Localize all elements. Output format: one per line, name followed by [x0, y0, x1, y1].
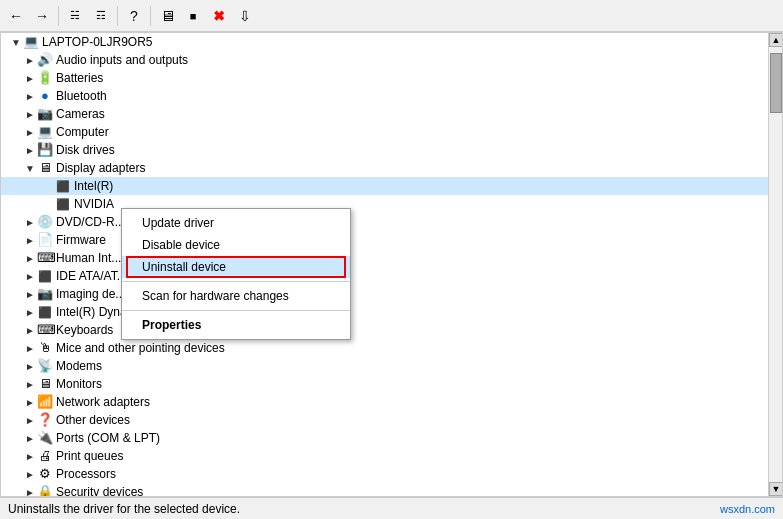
tree-row-intel[interactable]: ⬛ Intel(R) — [1, 177, 782, 195]
scroll-up-button[interactable]: ▲ — [769, 33, 783, 47]
list-item[interactable]: ► 🖨 Print queues — [1, 447, 782, 465]
list-item[interactable]: ▼ 🖥 Display adapters — [1, 159, 782, 177]
other-label: Other devices — [56, 413, 130, 427]
list-item[interactable]: ► ⌨ Keyboards — [1, 321, 782, 339]
expand-arrow[interactable]: ► — [23, 397, 37, 408]
intel-gpu-icon: ⬛ — [55, 178, 71, 194]
list-item[interactable]: ► 💾 Disk drives — [1, 141, 782, 159]
mice-icon: 🖱 — [37, 340, 53, 356]
delete-button[interactable]: ✖ — [207, 4, 231, 28]
device-manager-tree[interactable]: ▼ 💻 LAPTOP-0LJR9OR5 ► 🔊 Audio inputs and… — [0, 32, 783, 497]
list-item[interactable]: ► ⬛ Intel(R) Dynamic Platform and Therma… — [1, 303, 782, 321]
network-label: Network adapters — [56, 395, 150, 409]
list-item[interactable]: ► 🔋 Batteries — [1, 69, 782, 87]
vertical-scrollbar[interactable]: ▲ ▼ — [768, 33, 782, 496]
context-menu: Update driver Disable device Uninstall d… — [121, 208, 351, 340]
bluetooth-label: Bluetooth — [56, 89, 107, 103]
processors-label: Processors — [56, 467, 116, 481]
list-item[interactable]: ► 💻 Computer — [1, 123, 782, 141]
toolbar: ← → ☵ ☶ ? 🖥 ■ ✖ ⇩ — [0, 0, 783, 32]
expand-arrow[interactable]: ► — [23, 145, 37, 156]
back-button[interactable]: ← — [4, 4, 28, 28]
ctx-uninstall-device[interactable]: Uninstall device — [122, 256, 350, 278]
processors-icon: ⚙ — [37, 466, 53, 482]
expand-arrow[interactable]: ► — [23, 253, 37, 264]
expand-arrow[interactable]: ► — [23, 379, 37, 390]
view-button[interactable]: ☵ — [63, 4, 87, 28]
ide-icon: ⬛ — [37, 268, 53, 284]
expand-arrow[interactable]: ► — [23, 325, 37, 336]
list-item[interactable]: ► 📷 Cameras — [1, 105, 782, 123]
list-item[interactable]: ► ⌨ Human Int... — [1, 249, 782, 267]
list-item[interactable]: ► 📷 Imaging de... — [1, 285, 782, 303]
expand-arrow[interactable]: ► — [23, 433, 37, 444]
expand-arrow[interactable]: ► — [23, 487, 37, 498]
cameras-label: Cameras — [56, 107, 105, 121]
expand-arrow[interactable]: ► — [23, 109, 37, 120]
statusbar-message: Uninstalls the driver for the selected d… — [8, 502, 240, 516]
toolbar-sep-3 — [150, 6, 151, 26]
ctx-properties[interactable]: Properties — [122, 314, 350, 336]
ctx-separator-1 — [122, 281, 350, 282]
firmware-icon: 📄 — [37, 232, 53, 248]
list-item[interactable]: ► ⬛ IDE ATA/AT... — [1, 267, 782, 285]
hid-icon: ⌨ — [37, 250, 53, 266]
list-item[interactable]: ► ⚙ Processors — [1, 465, 782, 483]
disk-icon: 💾 — [37, 142, 53, 158]
print-icon: 🖨 — [37, 448, 53, 464]
battery-icon: 🔋 — [37, 70, 53, 86]
expand-arrow[interactable]: ► — [23, 127, 37, 138]
tree-row-nvidia[interactable]: ⬛ NVIDIA — [1, 195, 782, 213]
expand-arrow[interactable]: ► — [23, 91, 37, 102]
expand-arrow[interactable]: ► — [23, 235, 37, 246]
toolbar-sep-2 — [117, 6, 118, 26]
list-item[interactable]: ► 📡 Modems — [1, 357, 782, 375]
root-collapse-arrow[interactable]: ▼ — [9, 37, 23, 48]
expand-arrow[interactable]: ► — [23, 307, 37, 318]
expand-arrow[interactable]: ► — [23, 451, 37, 462]
list-item[interactable]: ► 🔊 Audio inputs and outputs — [1, 51, 782, 69]
expand-arrow[interactable]: ► — [23, 73, 37, 84]
list-item[interactable]: ► 💿 DVD/CD-R... — [1, 213, 782, 231]
expand-arrow[interactable]: ► — [23, 217, 37, 228]
scroll-down-button[interactable]: ▼ — [769, 482, 783, 496]
tree-root[interactable]: ▼ 💻 LAPTOP-0LJR9OR5 — [1, 33, 782, 51]
ctx-disable-device[interactable]: Disable device — [122, 234, 350, 256]
list-item[interactable]: ► 🖥 Monitors — [1, 375, 782, 393]
view2-button[interactable]: ☶ — [89, 4, 113, 28]
list-item[interactable]: ► 🔒 Security devices — [1, 483, 782, 497]
expand-arrow[interactable]: ► — [23, 271, 37, 282]
audio-label: Audio inputs and outputs — [56, 53, 188, 67]
collapse-arrow[interactable]: ▼ — [23, 163, 37, 174]
list-item[interactable]: ► 🔌 Ports (COM & LPT) — [1, 429, 782, 447]
expand-arrow[interactable]: ► — [23, 469, 37, 480]
ide-label: IDE ATA/AT... — [56, 269, 127, 283]
monitors-label: Monitors — [56, 377, 102, 391]
modems-label: Modems — [56, 359, 102, 373]
ctx-separator-2 — [122, 310, 350, 311]
monitor-button[interactable]: 🖥 — [155, 4, 179, 28]
ctx-scan-hardware[interactable]: Scan for hardware changes — [122, 285, 350, 307]
diskdrives-label: Disk drives — [56, 143, 115, 157]
expand-arrow[interactable]: ► — [23, 289, 37, 300]
action-button[interactable]: ■ — [181, 4, 205, 28]
list-item[interactable]: ► ❓ Other devices — [1, 411, 782, 429]
nvidia-label: NVIDIA — [74, 197, 114, 211]
forward-button[interactable]: → — [30, 4, 54, 28]
scroll-thumb[interactable] — [770, 53, 782, 113]
expand-arrow[interactable]: ► — [23, 343, 37, 354]
network-icon: 📶 — [37, 394, 53, 410]
help-button[interactable]: ? — [122, 4, 146, 28]
expand-arrow[interactable]: ► — [23, 361, 37, 372]
expand-arrow[interactable]: ► — [23, 415, 37, 426]
download-button[interactable]: ⇩ — [233, 4, 257, 28]
imaging-icon: 📷 — [37, 286, 53, 302]
list-item[interactable]: ► 📄 Firmware — [1, 231, 782, 249]
list-item[interactable]: ► 🖱 Mice and other pointing devices — [1, 339, 782, 357]
list-item[interactable]: ► 📶 Network adapters — [1, 393, 782, 411]
ctx-update-driver[interactable]: Update driver — [122, 212, 350, 234]
expand-arrow[interactable]: ► — [23, 55, 37, 66]
list-item[interactable]: ► ● Bluetooth — [1, 87, 782, 105]
computer-label: Computer — [56, 125, 109, 139]
imaging-label: Imaging de... — [56, 287, 125, 301]
